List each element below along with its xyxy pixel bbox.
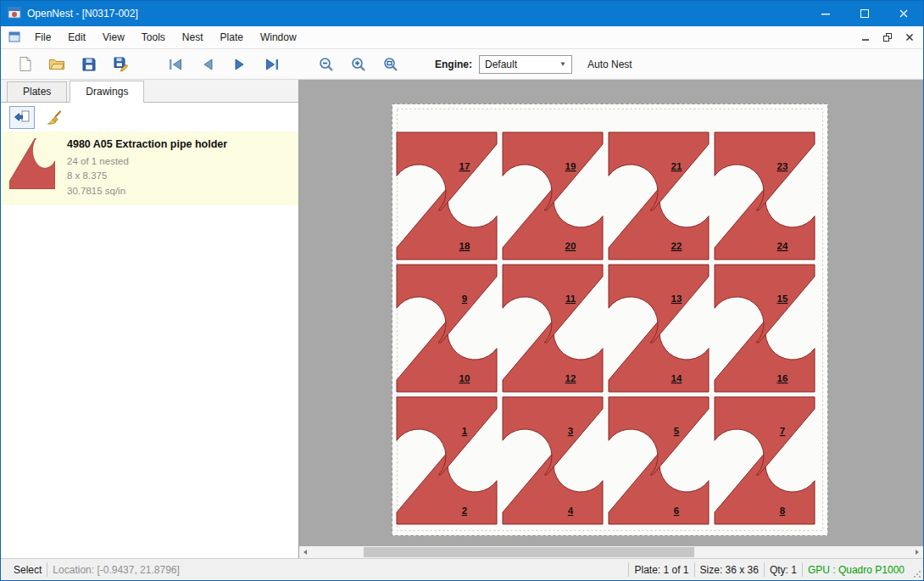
mdi-child-icon[interactable] — [6, 31, 23, 43]
part-number-label: 23 — [777, 161, 788, 171]
part-number-label: 4 — [568, 506, 574, 516]
qty-indicator: Qty: 1 — [765, 564, 802, 576]
tab-plates[interactable]: Plates — [7, 81, 67, 102]
engine-label: Engine: — [435, 59, 472, 70]
mode-indicator: Select — [8, 564, 47, 576]
part-number-label: 5 — [674, 426, 680, 436]
drawing-title: 4980 A05 Extraction pipe holder — [67, 138, 227, 150]
resize-grip[interactable] — [910, 559, 923, 580]
zoom-fit-icon — [382, 56, 399, 73]
drawing-nested-count: 24 of 1 nested — [67, 154, 227, 169]
save-as-icon — [113, 56, 130, 72]
menu-view[interactable]: View — [94, 26, 133, 48]
part-number-label: 6 — [674, 506, 679, 516]
close-button[interactable] — [884, 1, 923, 26]
part-number-label: 11 — [565, 293, 576, 304]
part-number-label: 16 — [777, 373, 788, 383]
menu-nest[interactable]: Nest — [174, 26, 212, 48]
drawing-info: 4980 A05 Extraction pipe holder 24 of 1 … — [67, 138, 227, 198]
main-content: Plates Drawings 4980 A05 Extraction pip — [1, 80, 923, 558]
part-number-label: 2 — [462, 506, 467, 516]
last-plate-button[interactable] — [259, 52, 286, 77]
titlebar: OpenNest - [N0317-002] — [1, 1, 923, 26]
maximize-button[interactable] — [845, 1, 884, 26]
part-thumbnail — [9, 138, 55, 189]
skip-last-icon — [264, 57, 281, 72]
next-icon — [231, 57, 248, 72]
size-indicator: Size: 36 x 36 — [695, 564, 764, 576]
part-number-label: 8 — [780, 506, 786, 516]
scrollbar-thumb[interactable] — [364, 547, 694, 557]
scroll-right-icon[interactable] — [911, 546, 923, 558]
window-title: OpenNest - [N0317-002] — [27, 8, 138, 20]
statusbar: Select Location: [-0.9437, 21.8796] Plat… — [1, 558, 923, 580]
engine-select[interactable]: Default ▼ — [479, 55, 572, 74]
part-number-label: 24 — [777, 241, 788, 251]
part-number-label: 17 — [459, 161, 470, 171]
import-drawing-button[interactable] — [9, 106, 35, 129]
location-indicator: Location: [-0.9437, 21.8796] — [47, 564, 184, 576]
mdi-close-button[interactable] — [903, 31, 916, 44]
toolbar: Engine: Default ▼ Auto Nest — [1, 49, 923, 80]
drawing-area: 30.7815 sq/in — [67, 184, 227, 198]
menu-tools[interactable]: Tools — [133, 26, 174, 48]
zoom-fit-button[interactable] — [377, 52, 404, 77]
engine-value: Default — [485, 59, 559, 70]
part-number-label: 12 — [565, 373, 576, 383]
menu-plate[interactable]: Plate — [212, 26, 252, 48]
part-number-label: 18 — [459, 241, 470, 251]
minimize-button[interactable] — [806, 1, 845, 26]
gpu-indicator: GPU : Quadro P1000 — [803, 564, 910, 576]
open-button[interactable] — [43, 52, 70, 77]
part-number-label: 22 — [671, 241, 682, 251]
nest-canvas[interactable]: 171819202122232491011121314151612345678 — [299, 80, 923, 558]
part-number-label: 15 — [777, 293, 788, 304]
sidebar-tabbar: Plates Drawings — [1, 80, 298, 103]
part-number-label: 3 — [568, 426, 573, 436]
zoom-in-icon — [350, 56, 367, 73]
part-number-label: 14 — [671, 373, 682, 383]
clear-drawings-button[interactable] — [42, 106, 67, 129]
menu-window[interactable]: Window — [252, 26, 305, 48]
drawing-list: 4980 A05 Extraction pipe holder 24 of 1 … — [1, 131, 298, 558]
open-folder-icon — [48, 57, 65, 72]
first-plate-button[interactable] — [162, 52, 189, 77]
plate-view: 171819202122232491011121314151612345678 — [392, 103, 828, 536]
broom-icon — [46, 109, 63, 126]
chevron-down-icon: ▼ — [559, 60, 566, 68]
save-button[interactable] — [75, 52, 103, 77]
tab-drawings[interactable]: Drawings — [70, 81, 144, 103]
mdi-minimize-button[interactable] — [859, 31, 872, 44]
part-number-label: 10 — [459, 373, 470, 383]
zoom-in-button[interactable] — [345, 52, 372, 77]
part-number-label: 19 — [565, 161, 576, 171]
zoom-out-icon — [318, 56, 335, 73]
save-icon — [81, 57, 97, 72]
save-as-button[interactable] — [108, 52, 135, 77]
plate-indicator: Plate: 1 of 1 — [629, 564, 693, 576]
skip-first-icon — [167, 57, 184, 72]
auto-nest-button[interactable]: Auto Nest — [587, 59, 632, 70]
zoom-out-button[interactable] — [313, 52, 340, 77]
part-number-label: 9 — [462, 293, 467, 304]
horizontal-scrollbar[interactable] — [299, 546, 923, 558]
sidebar-toolbar — [1, 103, 298, 131]
menu-edit[interactable]: Edit — [59, 26, 94, 48]
part-number-label: 1 — [462, 426, 468, 436]
app-window: OpenNest - [N0317-002] File Edit View To… — [0, 0, 924, 581]
part-number-label: 13 — [671, 293, 682, 304]
new-button[interactable] — [11, 52, 38, 77]
drawing-size: 8 x 8.375 — [67, 169, 227, 183]
mdi-restore-button[interactable] — [881, 31, 894, 44]
drawing-list-item[interactable]: 4980 A05 Extraction pipe holder 24 of 1 … — [1, 131, 298, 205]
new-document-icon — [17, 56, 33, 72]
menubar: File Edit View Tools Nest Plate Window — [1, 26, 923, 49]
menu-file[interactable]: File — [26, 26, 59, 48]
scroll-left-icon[interactable] — [299, 546, 311, 558]
previous-icon — [199, 57, 216, 72]
previous-plate-button[interactable] — [194, 52, 221, 77]
import-drawing-icon — [14, 109, 31, 125]
part-number-label: 7 — [780, 426, 785, 436]
next-plate-button[interactable] — [226, 52, 253, 77]
part-number-label: 20 — [565, 241, 576, 251]
